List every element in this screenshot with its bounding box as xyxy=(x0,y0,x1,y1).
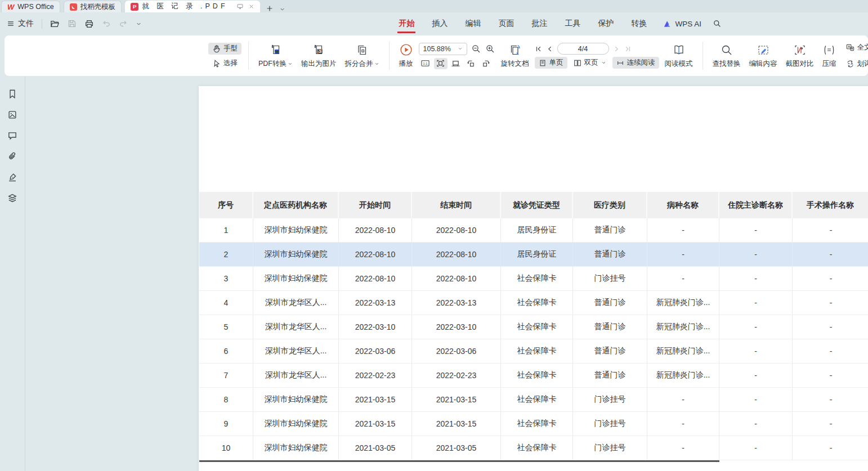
menu-item[interactable]: 开始 xyxy=(397,16,415,31)
actual-size-button[interactable]: 1:1 xyxy=(419,58,432,69)
file-menu-button[interactable]: 文件 xyxy=(7,19,34,29)
table-cell: 2021-03-05 xyxy=(339,436,412,460)
next-page-icon[interactable] xyxy=(612,45,620,53)
export-image-button[interactable]: 输出为图片 xyxy=(298,43,339,69)
table-cell: 2022-03-10 xyxy=(339,315,412,339)
bookmark-icon[interactable] xyxy=(7,89,17,99)
thumbnail-icon[interactable] xyxy=(7,110,17,120)
single-page-icon xyxy=(539,59,547,67)
read-mode-button[interactable]: 阅读模式 xyxy=(662,43,696,69)
new-tab-button[interactable] xyxy=(266,5,274,12)
first-page-icon[interactable] xyxy=(535,45,543,53)
split-merge-label: 拆分合并 xyxy=(345,59,373,69)
table-cell: 2022-08-10 xyxy=(339,267,412,291)
table-cell: 社会保障卡 xyxy=(501,315,573,339)
pdf-convert-button[interactable]: W PDF转换 xyxy=(256,43,296,69)
play-icon xyxy=(399,43,413,57)
table-cell: - xyxy=(719,267,793,291)
single-page-button[interactable]: 单页 xyxy=(535,57,567,69)
screenshot-compare-button[interactable]: 截图对比 xyxy=(783,43,817,69)
signature-icon[interactable] xyxy=(7,172,17,182)
menu-item[interactable]: 编辑 xyxy=(464,16,482,31)
menu-item[interactable]: 页面 xyxy=(497,16,515,31)
tab-wps-office[interactable]: W WPS Office xyxy=(1,1,60,12)
comment-icon[interactable] xyxy=(7,131,17,141)
translate-group: A 全文翻译 A 划词翻译 xyxy=(842,42,868,70)
attachment-icon[interactable] xyxy=(7,151,17,162)
table-cell: 2022-03-13 xyxy=(339,291,412,315)
menu-bar: 文件 开始插入编辑页面批注工具保护转换 WPS AI xyxy=(0,12,868,35)
svg-text:A: A xyxy=(851,62,853,65)
word-translate-label: 划词翻译 xyxy=(857,59,868,69)
table-row: 2深圳市妇幼保健院2022-08-102022-08-10居民身份证普通门诊--… xyxy=(199,243,868,267)
table-cell: 深圳市龙华区人... xyxy=(253,364,339,388)
select-tool-button[interactable]: 选择 xyxy=(208,57,241,69)
table-cell: - xyxy=(719,243,793,267)
close-tab-icon[interactable] xyxy=(248,3,254,10)
menu-item[interactable]: 工具 xyxy=(563,16,581,31)
table-cell: 2022-03-06 xyxy=(412,339,501,364)
table-cell: 8 xyxy=(199,388,253,412)
double-page-button[interactable]: 双页 xyxy=(570,57,610,69)
table-header-cell: 医疗类别 xyxy=(573,192,647,218)
page-indicator-input[interactable] xyxy=(557,43,609,55)
compress-label: 压缩 xyxy=(822,59,836,69)
open-file-icon[interactable] xyxy=(50,19,60,29)
table-header-cell: 病种名称 xyxy=(647,192,719,218)
table-cell: - xyxy=(647,436,719,460)
full-text-translate-button[interactable]: A 全文翻译 xyxy=(842,42,868,53)
menu-item[interactable]: 保护 xyxy=(597,16,615,31)
pdf-page[interactable]: 序号定点医药机构名称开始时间结束时间就诊凭证类型医疗类别病种名称住院主诊断名称手… xyxy=(199,86,868,471)
zoom-level-select[interactable]: 105.88% xyxy=(419,43,467,55)
rotate-document-button[interactable]: 旋转文档 xyxy=(498,43,532,69)
table-cell: 2022-02-23 xyxy=(412,364,501,388)
tab-list-chevron-icon[interactable] xyxy=(279,6,285,12)
previous-page-icon[interactable] xyxy=(546,45,554,53)
menu-search-icon[interactable] xyxy=(713,19,722,28)
menu-item[interactable]: 转换 xyxy=(630,16,648,31)
menu-item[interactable]: 批注 xyxy=(530,16,548,31)
table-cell: - xyxy=(647,218,719,243)
hand-tool-button[interactable]: 手型 xyxy=(208,43,241,55)
rotate-left-button[interactable] xyxy=(464,58,478,69)
table-cell: 普通门诊 xyxy=(573,218,647,243)
layers-icon[interactable] xyxy=(7,193,17,203)
continuous-reading-button[interactable]: 连续阅读 xyxy=(612,57,659,69)
divider xyxy=(248,42,249,70)
last-page-icon[interactable] xyxy=(624,45,632,53)
find-replace-button[interactable]: 查找替换 xyxy=(710,43,744,69)
rotate-document-icon xyxy=(508,43,522,57)
table-cell: 新冠肺炎门诊... xyxy=(647,339,719,364)
table-header-cell: 定点医药机构名称 xyxy=(253,192,339,218)
redo-icon[interactable] xyxy=(119,19,128,28)
table-cell: - xyxy=(719,364,793,388)
quick-access-chevron-icon[interactable] xyxy=(136,21,142,27)
play-button[interactable]: 播放 xyxy=(396,43,416,69)
table-cell: 深圳市妇幼保健院 xyxy=(253,243,339,267)
table-cell: - xyxy=(647,243,719,267)
split-merge-icon xyxy=(355,43,369,57)
table-cell: - xyxy=(719,388,793,412)
fit-page-button[interactable] xyxy=(434,58,448,69)
compress-button[interactable]: 压缩 xyxy=(820,43,839,69)
edit-content-button[interactable]: 编辑内容 xyxy=(746,43,780,69)
rotate-right-button[interactable] xyxy=(480,58,493,69)
zoom-value: 105.88% xyxy=(423,45,451,53)
fit-width-button[interactable] xyxy=(449,58,463,69)
tab-document-active[interactable]: P 就 医 记 录 .PDF xyxy=(125,1,260,12)
word-translate-button[interactable]: A 划词翻译 xyxy=(842,58,868,70)
zoom-out-icon[interactable] xyxy=(471,44,481,54)
menu-item[interactable]: 插入 xyxy=(431,16,449,31)
table-cell: - xyxy=(647,388,719,412)
table-cell: 普通门诊 xyxy=(573,243,647,267)
tab-docer[interactable]: 找稻壳模板 xyxy=(64,1,122,12)
wps-ai-button[interactable]: WPS AI xyxy=(663,20,701,28)
zoom-in-icon[interactable] xyxy=(485,44,495,54)
table-cell: 9 xyxy=(199,412,253,436)
table-cell: 居民身份证 xyxy=(501,243,573,267)
screen-share-icon[interactable] xyxy=(236,3,244,10)
print-icon[interactable] xyxy=(84,19,94,29)
save-icon[interactable] xyxy=(68,19,77,28)
undo-icon[interactable] xyxy=(102,19,111,28)
split-merge-button[interactable]: 拆分合并 xyxy=(342,43,382,69)
